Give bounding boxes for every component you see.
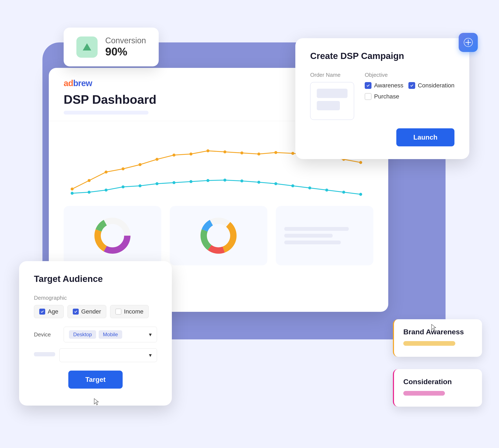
order-name-group: Order Name: [310, 72, 354, 120]
gender-checkbox[interactable]: [73, 309, 79, 315]
gender-label: Gender: [81, 308, 101, 315]
income-checkbox-item[interactable]: Income: [110, 305, 149, 318]
age-label: Age: [48, 308, 58, 315]
extra-label-mock: [34, 352, 55, 356]
consideration-checkbox[interactable]: [408, 82, 415, 89]
logo-text: adbrew: [64, 79, 92, 88]
svg-point-27: [207, 179, 209, 182]
dropdown-chevron: ▾: [149, 331, 152, 338]
conversion-icon: [76, 36, 97, 58]
stat-card-2: [170, 206, 267, 265]
consideration-card: Consideration: [393, 369, 482, 407]
dsp-subtitle-bar: [64, 111, 148, 114]
create-campaign-title: Create DSP Campaign: [310, 51, 454, 61]
age-checkbox-item[interactable]: Age: [34, 305, 64, 318]
consideration-label: Consideration: [418, 82, 454, 89]
objectives-container: Awareness Consideration Purchase: [365, 82, 454, 100]
launch-button[interactable]: Launch: [396, 128, 454, 146]
svg-point-21: [105, 189, 108, 192]
age-checkbox[interactable]: [39, 309, 45, 315]
svg-point-36: [359, 193, 362, 196]
purchase-row: Purchase: [365, 93, 454, 100]
order-name-border[interactable]: [310, 82, 354, 120]
svg-point-31: [274, 182, 277, 185]
consideration-title: Consideration: [403, 378, 473, 386]
income-label: Income: [124, 308, 144, 315]
target-button[interactable]: Target: [68, 370, 122, 389]
purchase-checkbox-item[interactable]: Purchase: [365, 93, 399, 100]
svg-point-1: [71, 188, 74, 191]
mobile-tag: Mobile: [99, 330, 122, 339]
svg-point-35: [342, 191, 345, 194]
brand-awareness-title: Brand Awareness: [403, 328, 473, 336]
svg-point-4: [122, 167, 125, 170]
awareness-checkbox[interactable]: [365, 82, 371, 89]
svg-point-7: [173, 154, 176, 157]
extra-dropdown[interactable]: ▾: [59, 348, 157, 362]
svg-point-13: [274, 151, 277, 154]
svg-point-28: [223, 179, 226, 182]
brand-awareness-bar: [403, 341, 455, 346]
svg-marker-0: [83, 43, 91, 50]
conversion-widget: Conversion 90%: [64, 28, 159, 66]
stat-card-1: [64, 206, 161, 265]
svg-point-2: [88, 179, 91, 182]
conversion-value: 90%: [105, 45, 146, 58]
purchase-label: Purchase: [374, 93, 399, 100]
device-label: Device: [34, 331, 59, 338]
brand-awareness-card: Brand Awareness: [393, 319, 482, 357]
svg-point-11: [240, 151, 243, 154]
svg-point-10: [223, 150, 226, 153]
desktop-tag: Desktop: [69, 330, 96, 339]
order-name-label: Order Name: [310, 72, 354, 78]
awareness-row: Awareness Consideration: [365, 82, 454, 89]
awareness-checkbox-item[interactable]: Awareness: [365, 82, 403, 89]
svg-point-29: [240, 179, 243, 182]
svg-point-24: [156, 182, 159, 185]
svg-point-20: [88, 191, 91, 194]
svg-point-3: [105, 171, 108, 174]
svg-point-5: [139, 163, 142, 166]
device-dropdown[interactable]: Desktop Mobile ▾: [64, 327, 157, 342]
consideration-bar: [403, 391, 445, 396]
svg-point-34: [325, 189, 328, 192]
plus-button[interactable]: [459, 33, 478, 52]
gender-checkbox-item[interactable]: Gender: [67, 305, 106, 318]
objective-group: Objective Awareness Consideration: [365, 72, 454, 120]
svg-point-12: [257, 153, 260, 156]
awareness-label: Awareness: [374, 82, 403, 89]
svg-point-26: [190, 180, 193, 183]
target-audience-panel: Target Audience Demographic Age Gender I…: [19, 261, 172, 406]
svg-point-23: [139, 184, 142, 187]
svg-point-30: [257, 181, 260, 184]
svg-point-22: [122, 185, 125, 188]
conversion-text: Conversion 90%: [105, 36, 146, 58]
svg-point-25: [173, 181, 176, 184]
svg-point-8: [190, 153, 193, 156]
order-name-input-line1: [317, 89, 348, 98]
device-row: Device Desktop Mobile ▾: [34, 327, 157, 342]
objective-label: Objective: [365, 72, 454, 78]
svg-point-6: [156, 158, 159, 161]
svg-point-33: [308, 186, 311, 190]
demographic-label: Demographic: [34, 295, 157, 301]
purchase-checkbox[interactable]: [365, 93, 371, 100]
extra-row: ▾: [34, 348, 157, 362]
stat-card-3: [276, 206, 373, 265]
svg-point-19: [71, 192, 74, 195]
consideration-checkbox-item[interactable]: Consideration: [408, 82, 454, 89]
demographic-checkboxes: Age Gender Income: [34, 305, 157, 318]
svg-point-9: [207, 149, 209, 152]
create-campaign-panel: Create DSP Campaign Order Name Objective…: [295, 38, 469, 159]
svg-point-32: [291, 184, 294, 187]
svg-point-14: [291, 152, 294, 155]
extra-dropdown-chevron: ▾: [149, 352, 152, 358]
conversion-label: Conversion: [105, 36, 146, 45]
device-tags: Desktop Mobile: [69, 330, 122, 339]
income-checkbox[interactable]: [115, 309, 121, 315]
target-audience-title: Target Audience: [34, 274, 157, 284]
order-name-input-line2: [317, 101, 340, 110]
svg-point-18: [359, 161, 362, 164]
campaign-form-row: Order Name Objective Awareness: [310, 72, 454, 120]
